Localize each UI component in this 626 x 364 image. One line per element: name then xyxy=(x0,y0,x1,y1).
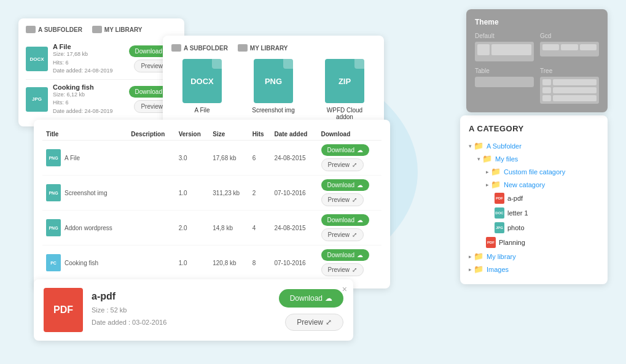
theme-option-default[interactable]: Default xyxy=(475,33,534,61)
table-cell-name: Cooking fish xyxy=(65,260,98,266)
folder-icon-1 xyxy=(26,26,36,33)
tree-item[interactable]: ▸ 📁Custom file catagory xyxy=(469,165,599,178)
tree-item[interactable]: ▾ 📁My files xyxy=(469,152,599,165)
tree-title: A CATEGORY xyxy=(469,124,599,133)
grid-file-icon-docx: DOCX xyxy=(182,59,222,103)
table-download-button[interactable]: Download ☁ xyxy=(321,214,369,226)
grid-file-item: ZIP WPFD Cloud addon xyxy=(320,59,369,120)
tree-item-label: My library xyxy=(487,253,516,260)
table-preview-button[interactable]: Preview ⤢ xyxy=(321,263,364,276)
close-button[interactable]: × xyxy=(342,284,347,294)
tree-item[interactable]: ▸ 📁Images xyxy=(469,263,599,276)
card-table: Title Description Version Size Hits Date… xyxy=(34,120,390,288)
table-header-row: Title Description Version Size Hits Date… xyxy=(42,128,381,141)
table-body: PNG A File 3.0 17,68 kb 6 24-08-2015 Dow… xyxy=(42,141,381,281)
pdf-preview-label: Preview xyxy=(297,318,323,327)
table-cell-name: Addon wordpress xyxy=(65,225,112,231)
table-cell-desc xyxy=(127,246,174,281)
theme-grid: Default Gcd T xyxy=(475,33,599,104)
tree-chevron-icon: ▸ xyxy=(486,169,489,175)
table-cell-version: 1.0 xyxy=(175,176,209,211)
theme-title: Theme xyxy=(475,18,599,26)
card-list-small: A SUBFOLDER MY LIBRARY DOCX A File Size:… xyxy=(18,18,184,126)
table-cell-size: 14,8 kb xyxy=(209,211,249,246)
pdf-meta: Size : 52 kb Date added : 03-02-2016 xyxy=(92,304,270,329)
table-preview-button[interactable]: Preview ⤢ xyxy=(321,228,364,241)
theme-label-default: Default xyxy=(475,33,534,39)
tree-item-label: A Subfolder xyxy=(487,142,522,150)
theme-row xyxy=(542,79,597,85)
grid-file-name: WPFD Cloud addon xyxy=(320,107,369,120)
grid-file-icon-png: PNG xyxy=(254,59,293,103)
table-preview-button[interactable]: Preview ⤢ xyxy=(321,158,364,171)
table-cell-date: 24-08-2015 xyxy=(270,141,317,176)
tree-item[interactable]: ▸ 📁New catagory xyxy=(469,178,599,191)
table-cell-actions: Download ☁ Preview ⤢ xyxy=(318,141,381,176)
table-download-button[interactable]: Download ☁ xyxy=(321,144,369,156)
folder-label-grid-1: A SUBFOLDER xyxy=(171,44,228,52)
tree-item[interactable]: JPGphoto xyxy=(469,220,599,235)
grid-file-name: A File xyxy=(194,107,209,114)
col-size: Size xyxy=(209,128,249,141)
file-size: Size: 6,12 kb xyxy=(53,91,85,98)
theme-option-table[interactable]: Table xyxy=(475,68,534,104)
grid-file-icon-zip: ZIP xyxy=(325,59,364,103)
download-label: Download xyxy=(135,88,162,95)
download-label: Download xyxy=(135,48,162,55)
theme-row xyxy=(542,44,597,50)
tree-item[interactable]: PDFPlanning xyxy=(469,235,599,250)
pdf-download-button[interactable]: Download ☁ xyxy=(279,289,343,308)
pdf-preview-button[interactable]: Preview ⤢ xyxy=(285,314,343,331)
card-theme: Theme Default Gcd xyxy=(466,9,608,112)
theme-block xyxy=(542,79,551,85)
tree-item[interactable]: ▾ 📁A Subfolder xyxy=(469,139,599,152)
file-thumb-jpg: JPG xyxy=(26,87,48,112)
table-cell-size: 17,68 kb xyxy=(209,141,249,176)
expand-icon: ⤢ xyxy=(352,231,357,238)
folder-icon-grid-2 xyxy=(238,44,248,52)
tree-item[interactable]: PDFa-pdf xyxy=(469,191,599,206)
file-date: Date added: 24-08-2019 xyxy=(53,68,113,74)
table-preview-button[interactable]: Preview ⤢ xyxy=(321,193,364,206)
theme-option-gcd[interactable]: Gcd xyxy=(540,33,599,61)
theme-preview-tree xyxy=(540,77,599,104)
table-cell-desc xyxy=(127,211,174,246)
file-hits: Hits: 6 xyxy=(53,99,69,106)
pdf-name: a-pdf xyxy=(92,291,270,302)
tree-item-label: a-pdf xyxy=(507,195,523,202)
list-item: DOCX A File Size: 17,68 kb Hits: 6 Date … xyxy=(26,39,177,80)
theme-row xyxy=(542,87,597,93)
theme-block xyxy=(580,44,597,50)
table-cell-actions: Download ☁ Preview ⤢ xyxy=(318,246,381,281)
table-cell-hits: 6 xyxy=(249,141,271,176)
table-cell-version: 1.0 xyxy=(175,246,209,281)
table-cell-actions: Download ☁ Preview ⤢ xyxy=(318,211,381,246)
col-download: Download xyxy=(318,128,381,141)
tree-item-label: My files xyxy=(495,155,518,163)
theme-label-gcd: Gcd xyxy=(540,33,599,39)
grid-folder-name-2: MY LIBRARY xyxy=(250,45,288,52)
table-cell-desc xyxy=(127,176,174,211)
grid-file-item: PNG Screenshot img xyxy=(249,59,298,120)
table-download-button[interactable]: Download ☁ xyxy=(321,179,369,191)
theme-option-tree[interactable]: Tree xyxy=(540,68,599,104)
expand-icon: ⤢ xyxy=(352,196,357,203)
theme-block xyxy=(553,87,597,93)
tree-item[interactable]: DOCletter 1 xyxy=(469,206,599,220)
card-grid: A SUBFOLDER MY LIBRARY DOCX A File PNG S… xyxy=(163,36,384,129)
tree-item-label: New catagory xyxy=(504,181,545,188)
file-hits: Hits: 6 xyxy=(53,60,69,66)
table-download-button[interactable]: Download ☁ xyxy=(321,249,369,261)
pdf-download-label: Download xyxy=(290,294,323,303)
preview-label: Preview xyxy=(141,103,163,110)
folder-icon: 📁 xyxy=(491,180,501,189)
cloud-icon: ☁ xyxy=(357,217,363,223)
card-pdf: × PDF a-pdf Size : 52 kb Date added : 03… xyxy=(34,279,353,341)
file-thumb-docx: DOCX xyxy=(26,47,48,71)
pdf-date: Date added : 03-02-2016 xyxy=(92,317,270,329)
theme-label-tree: Tree xyxy=(540,68,599,74)
tree-chevron-icon: ▸ xyxy=(469,254,472,260)
expand-icon: ⤢ xyxy=(352,266,357,273)
pdf-info: a-pdf Size : 52 kb Date added : 03-02-20… xyxy=(92,291,270,329)
tree-item[interactable]: ▸ 📁My library xyxy=(469,250,599,263)
